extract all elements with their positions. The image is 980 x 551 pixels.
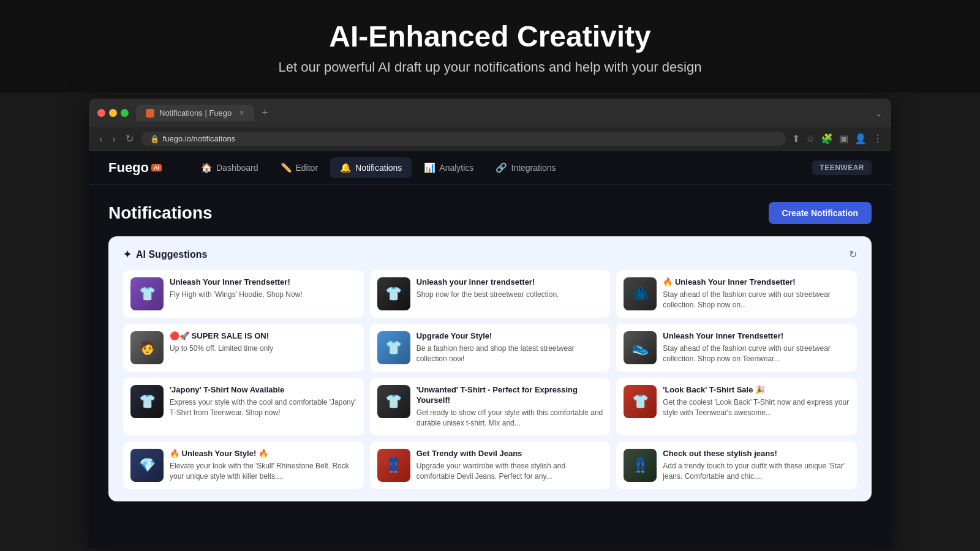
suggestion-desc: Stay ahead of the fashion curve with our… bbox=[663, 290, 850, 310]
profile-icon[interactable]: 👤 bbox=[854, 133, 867, 144]
suggestion-card[interactable]: 👕 'Japony' T-Shirt Now Available Express… bbox=[123, 378, 364, 435]
forward-button[interactable]: › bbox=[110, 133, 117, 144]
browser-action-icons: ⬆ ☆ 🧩 ▣ 👤 ⋮ bbox=[792, 133, 883, 144]
integrations-icon: 🔗 bbox=[496, 162, 507, 173]
nav-item-analytics[interactable]: 📊 Analytics bbox=[414, 157, 483, 178]
thumb-icon: 👕 bbox=[377, 331, 410, 364]
suggestion-thumbnail: 🧥 bbox=[624, 277, 657, 310]
suggestion-card[interactable]: 👕 'Unwanted' T-Shirt - Perfect for Expre… bbox=[370, 378, 611, 435]
suggestion-desc: Express your style with the cool and com… bbox=[170, 397, 356, 418]
logo-text: Fuego bbox=[108, 160, 149, 176]
maximize-button[interactable] bbox=[121, 109, 129, 117]
thumb-icon: 🧑 bbox=[130, 331, 164, 364]
page-content: Notifications Create Notification ✦ AI S… bbox=[89, 185, 891, 519]
suggestion-title: 🔥 Unleash Your Style! 🔥 bbox=[170, 449, 356, 459]
new-tab-button[interactable]: + bbox=[257, 105, 273, 121]
refresh-suggestions-button[interactable]: ↻ bbox=[849, 249, 857, 260]
browser-tab[interactable]: Notifications | Fuego ✕ bbox=[136, 105, 254, 121]
splitview-icon[interactable]: ▣ bbox=[839, 133, 848, 144]
suggestion-card[interactable]: 👖 Check out these stylish jeans! Add a t… bbox=[616, 441, 857, 489]
url-text: fuego.io/notifications bbox=[163, 134, 236, 143]
suggestion-card[interactable]: 👕 Unleash your inner trendsetter! Shop n… bbox=[370, 270, 611, 318]
nav-item-notifications[interactable]: 🔔 Notifications bbox=[330, 157, 412, 178]
suggestion-thumbnail: 🧑 bbox=[130, 331, 164, 364]
thumb-icon: 💎 bbox=[130, 449, 164, 482]
share-icon[interactable]: ⬆ bbox=[792, 133, 800, 144]
refresh-button[interactable]: ↻ bbox=[124, 133, 135, 144]
nav-label-dashboard: Dashboard bbox=[216, 163, 258, 173]
ai-sparkle-icon: ✦ bbox=[123, 249, 131, 260]
suggestion-content: 🔴🚀 SUPER SALE IS ON! Up to 50% off. Limi… bbox=[170, 331, 273, 354]
nav-item-editor[interactable]: ✏️ Editor bbox=[271, 157, 328, 178]
suggestion-thumbnail: 👖 bbox=[624, 449, 657, 482]
tab-bar: Notifications | Fuego ✕ + bbox=[136, 105, 868, 121]
suggestion-title: Upgrade Your Style! bbox=[417, 331, 603, 342]
suggestion-card[interactable]: 👕 Upgrade Your Style! Be a fashion hero … bbox=[370, 324, 611, 372]
suggestion-content: Check out these stylish jeans! Add a tre… bbox=[663, 449, 850, 481]
app-container: FuegoAI 🏠 Dashboard ✏️ Editor 🔔 Notifica… bbox=[89, 151, 891, 549]
back-button[interactable]: ‹ bbox=[97, 133, 104, 144]
ai-card-title-text: AI Suggestions bbox=[136, 249, 207, 260]
notifications-icon: 🔔 bbox=[340, 162, 352, 173]
suggestion-desc: Get the coolest 'Look Back' T-Shirt now … bbox=[663, 397, 850, 418]
thumb-icon: 👕 bbox=[130, 277, 164, 310]
hero-title: AI-Enhanced Creativity bbox=[12, 20, 968, 53]
bookmark-icon[interactable]: ☆ bbox=[806, 133, 815, 144]
thumb-icon: 👕 bbox=[624, 385, 657, 418]
nav-label-notifications: Notifications bbox=[355, 163, 402, 173]
nav-label-integrations: Integrations bbox=[511, 163, 556, 173]
suggestion-card[interactable]: 🧑 🔴🚀 SUPER SALE IS ON! Up to 50% off. Li… bbox=[123, 324, 364, 372]
suggestion-card[interactable]: 👖 Get Trendy with Devil Jeans Upgrade yo… bbox=[370, 441, 611, 489]
suggestion-card[interactable]: 👟 Unleash Your Inner Trendsetter! Stay a… bbox=[616, 324, 857, 372]
suggestion-thumbnail: 👕 bbox=[130, 385, 164, 418]
logo-badge: AI bbox=[151, 164, 162, 171]
suggestion-desc: Stay ahead of the fashion curve with our… bbox=[663, 343, 850, 364]
ai-card-header: ✦ AI Suggestions ↻ bbox=[123, 249, 857, 260]
suggestion-title: 'Japony' T-Shirt Now Available bbox=[170, 385, 356, 395]
suggestion-content: 🔥 Unleash Your Inner Trendsetter! Stay a… bbox=[663, 277, 850, 310]
tab-title: Notifications | Fuego bbox=[159, 108, 232, 118]
window-controls: ⌄ bbox=[875, 108, 883, 118]
hero-section: AI-Enhanced Creativity Let our powerful … bbox=[0, 0, 980, 92]
address-bar[interactable]: 🔒 fuego.io/notifications bbox=[141, 132, 786, 146]
suggestion-content: Unleash Your Inner Trendsetter! Fly High… bbox=[170, 277, 303, 300]
suggestion-title: 🔥 Unleash Your Inner Trendsetter! bbox=[663, 277, 850, 288]
thumb-icon: 👖 bbox=[624, 449, 657, 482]
suggestion-desc: Elevate your look with the 'Skull' Rhine… bbox=[170, 461, 356, 482]
close-button[interactable] bbox=[97, 109, 105, 117]
nav-item-dashboard[interactable]: 🏠 Dashboard bbox=[191, 157, 268, 178]
suggestion-thumbnail: 👖 bbox=[377, 449, 410, 482]
tab-close-icon[interactable]: ✕ bbox=[239, 109, 244, 117]
suggestion-desc: Be a fashion hero and shop the latest st… bbox=[417, 343, 603, 364]
suggestions-grid: 👕 Unleash Your Inner Trendsetter! Fly Hi… bbox=[123, 270, 857, 489]
analytics-icon: 📊 bbox=[424, 162, 435, 173]
minimize-button[interactable] bbox=[109, 109, 117, 117]
page-title: Notifications bbox=[108, 203, 213, 223]
suggestion-content: 'Unwanted' T-Shirt - Perfect for Express… bbox=[417, 385, 603, 428]
browser-titlebar: Notifications | Fuego ✕ + ⌄ bbox=[89, 99, 891, 127]
nav-item-integrations[interactable]: 🔗 Integrations bbox=[486, 157, 565, 178]
suggestion-thumbnail: 👕 bbox=[624, 385, 657, 418]
suggestion-card[interactable]: 🧥 🔥 Unleash Your Inner Trendsetter! Stay… bbox=[616, 270, 857, 318]
tab-favicon bbox=[146, 109, 154, 118]
nav-items: 🏠 Dashboard ✏️ Editor 🔔 Notifications 📊 … bbox=[191, 157, 812, 178]
create-notification-button[interactable]: Create Notification bbox=[769, 202, 872, 224]
suggestion-content: Get Trendy with Devil Jeans Upgrade your… bbox=[417, 449, 603, 481]
browser-window: Notifications | Fuego ✕ + ⌄ ‹ › ↻ 🔒 fueg… bbox=[89, 99, 891, 549]
extensions-icon[interactable]: 🧩 bbox=[821, 133, 833, 144]
suggestion-title: Unleash Your Inner Trendsetter! bbox=[170, 277, 303, 288]
suggestion-content: Upgrade Your Style! Be a fashion hero an… bbox=[417, 331, 603, 364]
suggestion-card[interactable]: 💎 🔥 Unleash Your Style! 🔥 Elevate your l… bbox=[123, 441, 364, 489]
suggestion-desc: Up to 50% off. Limited time only bbox=[170, 343, 273, 354]
menu-icon[interactable]: ⋮ bbox=[873, 133, 883, 144]
suggestion-thumbnail: 💎 bbox=[130, 449, 164, 482]
suggestion-content: 🔥 Unleash Your Style! 🔥 Elevate your loo… bbox=[170, 449, 356, 481]
suggestion-title: 'Look Back' T-Shirt Sale 🎉 bbox=[663, 385, 850, 395]
thumb-icon: 👕 bbox=[377, 277, 410, 310]
suggestion-title: 🔴🚀 SUPER SALE IS ON! bbox=[170, 331, 273, 342]
suggestion-desc: Get ready to show off your style with th… bbox=[417, 408, 603, 429]
suggestion-title: Unleash Your Inner Trendsetter! bbox=[663, 331, 850, 342]
suggestion-card[interactable]: 👕 Unleash Your Inner Trendsetter! Fly Hi… bbox=[123, 270, 364, 318]
suggestion-card[interactable]: 👕 'Look Back' T-Shirt Sale 🎉 Get the coo… bbox=[616, 378, 857, 435]
thumb-icon: 🧥 bbox=[624, 277, 657, 310]
